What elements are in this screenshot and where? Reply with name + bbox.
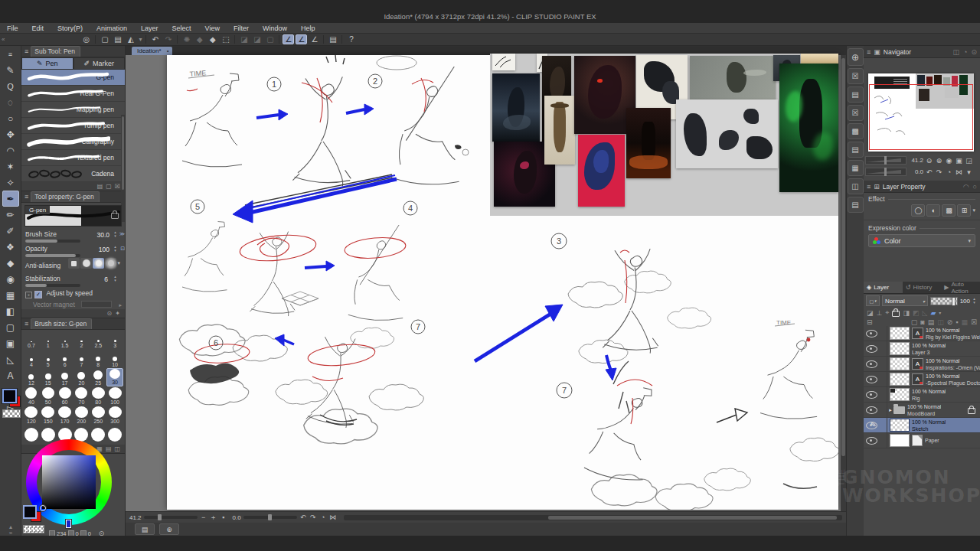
zoom-fit-icon[interactable]: ▪ [220, 514, 227, 521]
snap-ruler-icon[interactable]: ∠ [283, 34, 294, 44]
canvas-rotation-slider[interactable] [243, 516, 297, 519]
apply-mask-icon[interactable]: ▦ [961, 318, 968, 326]
new-layer-icon[interactable]: ▢ [911, 318, 918, 326]
nav-zoom-in-icon[interactable]: ⊕ [935, 157, 943, 165]
ruler-range-icon[interactable]: ◺ [922, 309, 927, 317]
material-pose-icon[interactable]: ▦ [848, 160, 864, 176]
opacity-stepper[interactable]: ▴▾ [112, 245, 119, 253]
select-area-icon[interactable]: ⬚ [220, 34, 231, 44]
ruler-tool-icon[interactable]: ◺ [2, 351, 19, 367]
hue-indicator[interactable] [66, 520, 71, 528]
nav-rotate-right-icon[interactable]: ↷ [935, 168, 943, 176]
new-folder-icon[interactable]: ▤ [928, 318, 935, 326]
brush-size-value[interactable]: 30.0 [96, 231, 109, 239]
brush-tool-icon[interactable]: ✐ [2, 223, 19, 239]
material-color-pattern-icon[interactable]: ☒ [848, 68, 864, 84]
brush-item-cadena[interactable]: Cadena [21, 166, 125, 182]
export-dropdown-icon[interactable]: ▾ [139, 36, 142, 43]
deselect-icon[interactable]: ◆ [207, 34, 218, 44]
text-tool-icon[interactable]: A [2, 367, 19, 383]
frame-tool-icon[interactable]: ▣ [2, 335, 19, 351]
menu-window[interactable]: Window [256, 23, 294, 34]
tool-nav-tab-icon[interactable]: ◠ [963, 183, 969, 191]
expand-plus-icon[interactable]: + [25, 292, 32, 298]
menu-help[interactable]: Help [294, 23, 322, 34]
aa-dropdown-icon[interactable]: ▾ [117, 260, 120, 266]
brush-size-cell[interactable]: 100 [106, 387, 123, 406]
brush-size-cell[interactable]: 0.7 [23, 331, 40, 349]
lasso-tool-icon[interactable]: ○ [2, 110, 19, 126]
stabilization-stepper[interactable]: ▴▾ [112, 275, 119, 283]
new-vector-layer-icon[interactable]: ◙ [920, 318, 924, 326]
visibility-eye-icon[interactable] [866, 360, 877, 368]
blend-thumbnail-dropdown[interactable]: ▢▾ [866, 295, 880, 306]
layer-property-header[interactable]: ≡ ⊞ Layer Property ◠ ○ [864, 181, 980, 193]
item-bank-tab-icon[interactable]: ⊙ [971, 48, 977, 56]
open-file-icon[interactable]: ▤ [112, 34, 123, 44]
brush-size-cell[interactable]: 17 [57, 368, 74, 386]
toolbar-menu-icon[interactable]: ≡ [2, 46, 19, 62]
info-tab-icon[interactable]: ◔ [963, 48, 967, 56]
material-manga-icon[interactable]: ☒ [848, 105, 864, 121]
brush-size-cell[interactable]: 6 [57, 350, 74, 368]
fill-tool-icon[interactable]: ▦ [2, 287, 19, 303]
brush-size-cell[interactable]: 12 [23, 368, 40, 386]
nav-zoom-100-icon[interactable]: ◉ [945, 157, 953, 165]
subtool-new-icon[interactable]: ▢ [106, 183, 112, 190]
stabilization-value[interactable]: 6 [104, 276, 108, 283]
aa-none-button[interactable] [68, 258, 80, 269]
all-sides-view-button[interactable]: ▤ [135, 523, 155, 535]
brush-size-stepper[interactable]: ▴▾ [112, 230, 119, 239]
material-3d-icon[interactable]: ▤ [848, 142, 864, 158]
transfer-down-icon[interactable]: ◫ [937, 318, 944, 326]
eraser-tool-icon[interactable]: ◆ [2, 255, 19, 271]
nav-rotate-left-icon[interactable]: ↶ [925, 168, 933, 176]
saturation-value-square[interactable] [42, 455, 96, 509]
document-tab[interactable]: Ideation* • [132, 47, 172, 55]
brush-size-cell[interactable]: 3 [106, 331, 123, 349]
tab-marker[interactable]: ✐ Marker [74, 57, 126, 70]
brush-size-cell[interactable]: 70 [74, 387, 90, 406]
brush-size-slider[interactable] [25, 240, 80, 243]
clip-studio-icon[interactable]: ◎ [80, 34, 92, 44]
effect-dropdown-icon[interactable]: ▾ [972, 207, 975, 214]
drawing-canvas[interactable]: 1 2 5 4 6 7 3 7 TIME TIME [167, 55, 838, 510]
sv-indicator[interactable] [40, 505, 46, 511]
brush-size-cell[interactable]: 60 [57, 387, 74, 406]
pen-tool-icon[interactable]: ✒ [2, 191, 19, 207]
move-tool-icon[interactable]: ✥ [2, 126, 19, 142]
brush-item-mapping-pen[interactable]: Mapping pen [21, 102, 125, 118]
brush-size-cell[interactable]: 150 [40, 406, 57, 425]
blend-mode-dropdown[interactable]: Normal ▾ [882, 295, 928, 306]
adjust-by-speed-checkbox[interactable]: ✓ [34, 291, 42, 298]
menu-story[interactable]: Story(P) [51, 23, 90, 34]
marquee-tool-icon[interactable]: ◌ [2, 94, 19, 110]
aa-strong-button[interactable] [105, 258, 116, 269]
expand-select-icon[interactable]: ◪ [251, 34, 263, 44]
brush-size-cell[interactable]: 1.5 [57, 331, 74, 349]
pencil-tool-icon[interactable]: ✏ [2, 207, 19, 223]
menu-filter[interactable]: Filter [227, 23, 256, 34]
tool-property-header[interactable]: ≡ Tool property: G-pen [21, 191, 125, 203]
navigator-view-rect[interactable] [869, 84, 973, 150]
opacity-slider[interactable] [25, 254, 80, 257]
airbrush-tool-icon[interactable]: ❖ [2, 239, 19, 255]
rotate-reset-icon[interactable]: ◔ [319, 514, 327, 521]
visibility-eye-icon[interactable] [866, 376, 877, 383]
vector-magnet-expand-icon[interactable]: ▸ [119, 302, 122, 308]
tab-layer[interactable]: ◈ Layer [864, 282, 903, 293]
nav-zoom-slider[interactable] [865, 156, 906, 165]
navigator-thumbnail[interactable] [868, 73, 974, 152]
brush-size-cell[interactable]: 300 [106, 406, 123, 425]
layer-row-paper[interactable]: Paper [864, 433, 980, 448]
subview-tab-icon[interactable]: ◫ [953, 48, 960, 56]
brush-item-textured-pen[interactable]: Textured pen [21, 150, 125, 166]
auto-select-icon[interactable]: ✶ [2, 158, 19, 174]
brush-size-cell[interactable]: 120 [23, 406, 40, 425]
snap-special-ruler-icon[interactable]: ∠ [296, 34, 307, 44]
brush-size-cell[interactable]: 200 [74, 406, 90, 425]
opacity-dynamics-icon[interactable]: ⊡ [120, 246, 125, 252]
create-mask-icon[interactable]: ▪ [956, 318, 958, 326]
tab-close-icon[interactable]: • [167, 47, 169, 54]
visibility-eye-icon[interactable] [866, 391, 877, 399]
